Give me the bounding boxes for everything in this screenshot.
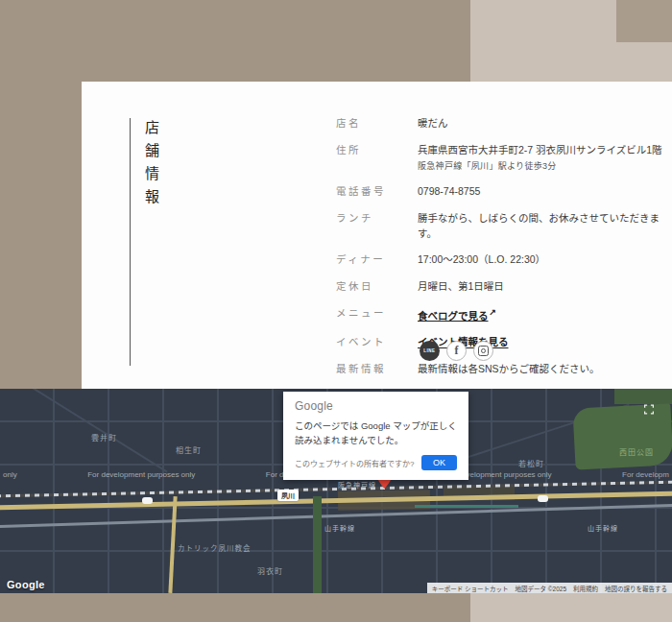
info-row-dinner: ディナー 17:00〜23:00（L.O. 22:30）	[336, 247, 667, 274]
map-error-message: このページでは Google マップが正しく読み込まれませんでした。	[295, 419, 457, 447]
terms-link[interactable]: 利用規約	[573, 584, 598, 593]
map-label-rail-line: 阪急神戸線	[338, 480, 376, 490]
map-label-road: 山手幹線	[588, 523, 618, 533]
map-error-dialog: Google このページでは Google マップが正しく読み込まれませんでした…	[283, 392, 468, 480]
info-value-store-name: 暖だん	[418, 116, 448, 132]
section-title: 店舗情報	[141, 120, 161, 212]
line-icon[interactable]: LINE	[420, 341, 440, 361]
background-corner-accent	[616, 0, 672, 42]
ok-button[interactable]: OK	[421, 455, 457, 470]
fullscreen-icon	[644, 402, 654, 417]
info-row-menu: メニュー 食べログで見る↗	[336, 300, 667, 329]
info-row-phone: 電話番号 0798-74-8755	[336, 179, 667, 205]
info-value-closed-days: 月曜日、第1日曜日	[418, 279, 504, 295]
info-label-phone: 電話番号	[336, 184, 418, 200]
info-row-lunch: ランチ 勝手ながら、しばらくの間、お休みさせていただきます。	[336, 205, 667, 248]
dev-watermark: only	[3, 470, 17, 479]
info-label-store-name: 店名	[336, 116, 418, 132]
info-row-closed-days: 定休日 月曜日、第1日曜日	[336, 274, 667, 300]
facebook-icon[interactable]: f	[446, 341, 467, 361]
info-label-address: 住所	[336, 143, 418, 173]
info-value-lunch: 勝手ながら、しばらくの間、お休みさせていただきます。	[418, 211, 667, 242]
map-transit-route	[415, 505, 518, 508]
google-maps-logo[interactable]: Google	[7, 579, 45, 590]
google-logo: Google	[295, 399, 457, 413]
external-link-icon: ↗	[490, 307, 497, 317]
info-label-menu: メニュー	[336, 306, 418, 323]
store-info-section: 店舗情報 店名 暖だん 住所 兵庫県西宮市大井手町2-7 羽衣夙川サンライズビル…	[82, 82, 672, 389]
info-label-latest-news: 最新情報	[336, 362, 418, 377]
sns-icon-row: LINE f	[420, 341, 493, 361]
map-label-town: 雲井町	[91, 432, 117, 443]
info-value-address: 兵庫県西宮市大井手町2-7 羽衣夙川サンライズビル1階 阪急神戸線「夙川」駅より…	[418, 143, 662, 173]
info-row-store-name: 店名 暖だん	[336, 110, 667, 137]
route-shield	[538, 495, 548, 502]
map-footer-bar: キーボード ショートカット 地図データ ©2025 利用規約 地図の誤りを報告す…	[427, 583, 672, 593]
map-major-road-vertical	[168, 496, 177, 593]
google-map[interactable]: 雲井町 相生町 若松町 西田公園 阪急神戸線 山手幹線 山手幹線 カトリック夙川…	[0, 389, 672, 593]
info-value-dinner: 17:00〜23:00（L.O. 22:30）	[418, 252, 545, 268]
station-badge: 夙川	[277, 490, 299, 501]
map-label-park: 西田公園	[619, 446, 654, 457]
info-label-dinner: ディナー	[336, 252, 418, 268]
info-value-phone: 0798-74-8755	[418, 184, 480, 200]
dev-watermark: For development purposes only	[87, 470, 195, 479]
map-label-road: 山手幹線	[324, 523, 355, 533]
info-value-menu: 食べログで見る↗	[418, 306, 496, 323]
info-label-event: イベント	[336, 335, 418, 350]
instagram-icon[interactable]	[473, 341, 493, 361]
fullscreen-button[interactable]	[638, 398, 660, 419]
info-row-address: 住所 兵庫県西宮市大井手町2-7 羽衣夙川サンライズビル1階 阪急神戸線「夙川」…	[336, 137, 667, 179]
address-access-note: 阪急神戸線「夙川」駅より徒歩3分	[418, 160, 662, 174]
map-label-poi: カトリック夙川教会	[178, 542, 252, 553]
dev-watermark: For developm	[622, 470, 669, 479]
info-label-lunch: ランチ	[336, 211, 418, 242]
instagram-glyph	[478, 346, 489, 356]
title-divider-line	[130, 118, 131, 366]
tabelog-link[interactable]: 食べログで見る	[418, 309, 489, 321]
dialog-action-row: このウェブサイトの所有者ですか? OK	[295, 455, 457, 470]
info-value-latest-news: 最新情報は各SNSからご確認ください。	[418, 362, 600, 377]
info-table: 店名 暖だん 住所 兵庫県西宮市大井手町2-7 羽衣夙川サンライズビル1階 阪急…	[336, 110, 667, 383]
map-data-attribution: 地図データ ©2025	[515, 584, 566, 593]
report-map-error-link[interactable]: 地図の誤りを報告する	[605, 584, 667, 593]
map-label-town: 若松町	[518, 458, 544, 468]
map-label-town: 相生町	[176, 444, 202, 455]
address-text: 兵庫県西宮市大井手町2-7 羽衣夙川サンライズビル1階	[418, 144, 662, 156]
info-row-event: イベント イベント情報を見る	[336, 329, 667, 356]
map-river	[313, 496, 322, 593]
map-diagonal-street	[0, 389, 168, 472]
route-shield	[142, 497, 153, 504]
keyboard-shortcuts-button[interactable]: キーボード ショートカット	[432, 584, 509, 593]
info-row-latest-news: 最新情報 最新情報は各SNSからご確認ください。	[336, 356, 667, 383]
site-owner-link[interactable]: このウェブサイトの所有者ですか?	[295, 458, 414, 468]
map-label-town: 羽衣町	[257, 565, 283, 576]
info-label-closed-days: 定休日	[336, 279, 418, 295]
